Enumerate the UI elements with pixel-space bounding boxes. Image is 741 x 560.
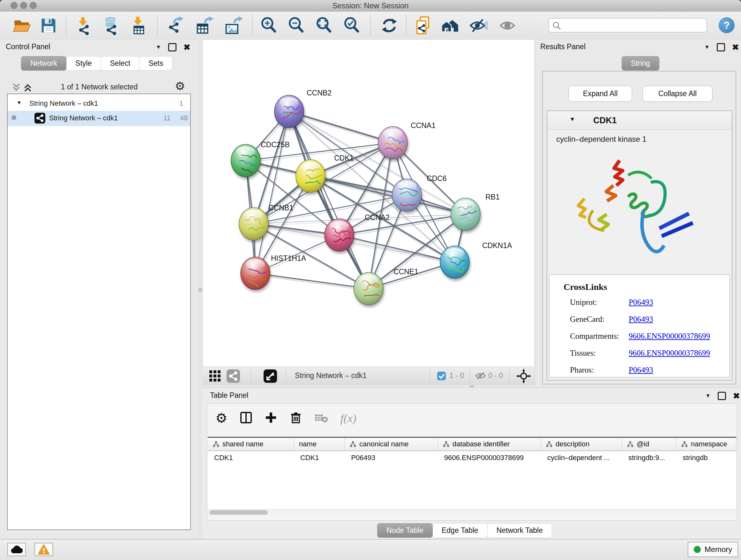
float-panel-icon[interactable]: [168, 43, 177, 51]
export-network-icon[interactable]: [166, 16, 186, 35]
column-header-@id[interactable]: @id: [622, 438, 676, 450]
expand-all-button[interactable]: Expand All: [568, 85, 632, 102]
tab-network[interactable]: Network: [21, 56, 66, 71]
network-options-gear-icon[interactable]: ⚙: [175, 79, 185, 93]
network-node-CCNA2[interactable]: [325, 219, 355, 251]
splitter-handle[interactable]: [198, 288, 202, 292]
import-table-icon[interactable]: [129, 16, 148, 35]
network-view-icon[interactable]: [226, 369, 240, 384]
help-button[interactable]: ?: [719, 17, 735, 33]
network-node-RB1[interactable]: [451, 198, 480, 231]
column-header-name[interactable]: name: [294, 438, 345, 450]
crosslink-label: GeneCard:: [570, 315, 604, 323]
network-node-CDC6[interactable]: [392, 179, 424, 211]
collapse-all-button[interactable]: Collapse All: [643, 85, 713, 102]
crosslink-link[interactable]: P06493: [629, 298, 653, 307]
warnings-button[interactable]: [35, 543, 53, 556]
panel-menu-icon[interactable]: ▼: [704, 44, 710, 51]
table-settings-gear-icon[interactable]: ⚙: [215, 412, 227, 425]
network-edge[interactable]: [289, 111, 393, 143]
tab-style[interactable]: Style: [66, 56, 101, 71]
tab-node-table[interactable]: Node Table: [377, 523, 433, 538]
clone-network-icon[interactable]: [414, 16, 433, 35]
table-row[interactable]: CDK1CDK1P064939606.ENSP00000378699cyclin…: [208, 451, 736, 464]
node-label-CDK1: CDK1: [334, 154, 354, 162]
crosslink-link[interactable]: 9606.ENSP00000378699: [629, 349, 710, 358]
close-panel-icon[interactable]: ✖: [733, 393, 740, 399]
zoom-in-icon[interactable]: [259, 16, 278, 35]
column-attribute-icon: [443, 441, 449, 447]
column-header-canonical-name[interactable]: canonical name: [345, 438, 438, 450]
column-header-description[interactable]: description: [541, 438, 622, 450]
selected-checkbox-icon[interactable]: [437, 372, 446, 381]
import-network-database-icon[interactable]: [102, 16, 121, 35]
crosslink-link[interactable]: P06493: [629, 366, 653, 374]
network-tree-root-row[interactable]: ▼ String Network – cdk1 1: [8, 98, 190, 111]
column-header-shared-name[interactable]: shared name: [208, 438, 294, 450]
export-table-icon[interactable]: [195, 16, 214, 35]
table-horizontal-scrollbar[interactable]: [208, 509, 736, 516]
float-panel-icon[interactable]: [717, 43, 725, 51]
grid-view-icon[interactable]: [209, 370, 221, 383]
zoom-selected-icon[interactable]: [342, 16, 361, 35]
add-column-icon[interactable]: [265, 411, 277, 425]
tab-edge-table[interactable]: Edge Table: [432, 523, 488, 538]
network-node-HIST1H1A[interactable]: [241, 257, 273, 290]
table-cell: stringdb: [676, 451, 736, 464]
save-session-icon[interactable]: [39, 16, 58, 35]
crosslink-row: GeneCard:P06493: [570, 315, 604, 324]
hidden-eye-icon[interactable]: [475, 371, 486, 382]
show-columns-icon[interactable]: [240, 411, 253, 425]
table-panel: Table Panel ▼ ✖ ⚙ f(x) shared namenameca…: [202, 388, 741, 539]
tab-select[interactable]: Select: [101, 56, 140, 71]
search-input[interactable]: [563, 19, 705, 31]
network-graph[interactable]: CCNB2CCNA1CDC25BCDK1CDC6RB1CCNB1CCNA2CDK…: [203, 40, 535, 366]
node-details-header[interactable]: ▼ CDK1: [547, 111, 732, 130]
hide-unhide-icon[interactable]: [468, 16, 488, 35]
table-cell: 9606.ENSP00000378699: [438, 451, 541, 464]
import-network-file-icon[interactable]: [74, 16, 93, 35]
crosslink-link[interactable]: 9606.ENSP00000378699: [629, 332, 710, 341]
node-label-CCNB2: CCNB2: [307, 89, 332, 97]
scrollbar-thumb[interactable]: [210, 510, 268, 515]
control-panel-title: Control Panel: [6, 43, 50, 51]
table-cell: CDK1: [294, 451, 345, 464]
close-panel-icon[interactable]: ✖: [732, 44, 739, 51]
tab-string[interactable]: String: [622, 56, 659, 71]
panel-menu-icon[interactable]: ▼: [705, 393, 711, 399]
network-node-CDKN1A[interactable]: [440, 246, 470, 278]
panel-menu-icon[interactable]: ▼: [156, 44, 161, 51]
separator: [470, 369, 470, 383]
crosslink-link[interactable]: P06493: [629, 315, 653, 324]
delete-column-trash-icon[interactable]: [289, 411, 302, 425]
cloud-status-button[interactable]: [7, 543, 26, 556]
memory-status-button[interactable]: Memory: [688, 542, 738, 557]
fit-content-crosshair-icon[interactable]: [516, 369, 531, 385]
refresh-layout-icon[interactable]: [380, 16, 399, 35]
network-canvas[interactable]: CCNB2CCNA1CDC25BCDK1CDC6RB1CCNB1CCNA2CDK…: [202, 40, 535, 367]
birds-eye-view-icon[interactable]: [264, 369, 277, 384]
crosslinks-title: CrossLinks: [563, 282, 607, 292]
open-session-icon[interactable]: [12, 16, 31, 35]
crosslink-row: Tissues:9606.ENSP00000378699: [570, 349, 596, 358]
crosslink-row: Uniprot:P06493: [570, 298, 597, 307]
collapse-section-icon[interactable]: ▼: [569, 116, 575, 123]
column-header-namespace[interactable]: namespace: [676, 438, 736, 450]
vertical-splitter[interactable]: [199, 40, 202, 539]
tab-network-table[interactable]: Network Table: [487, 523, 552, 538]
home-networks-icon[interactable]: [441, 16, 460, 35]
column-header-database-identifier[interactable]: database identifier: [438, 438, 541, 450]
tree-expander-icon[interactable]: ▼: [17, 100, 22, 106]
zoom-out-icon[interactable]: [286, 16, 306, 35]
search-icon: [552, 21, 562, 32]
toolbar-separator: [252, 15, 253, 36]
node-gene-name: CDK1: [593, 116, 617, 125]
float-panel-icon[interactable]: [718, 392, 726, 400]
close-panel-icon[interactable]: ✖: [184, 44, 191, 51]
network-tree-item-row[interactable]: String Network – cdk1 11 48: [8, 111, 190, 126]
tab-sets[interactable]: Sets: [139, 56, 172, 71]
export-image-icon[interactable]: [223, 16, 243, 35]
node-description: cyclin–dependent kinase 1: [556, 135, 647, 144]
show-eye-icon[interactable]: [498, 16, 517, 35]
zoom-fit-icon[interactable]: [314, 16, 333, 35]
